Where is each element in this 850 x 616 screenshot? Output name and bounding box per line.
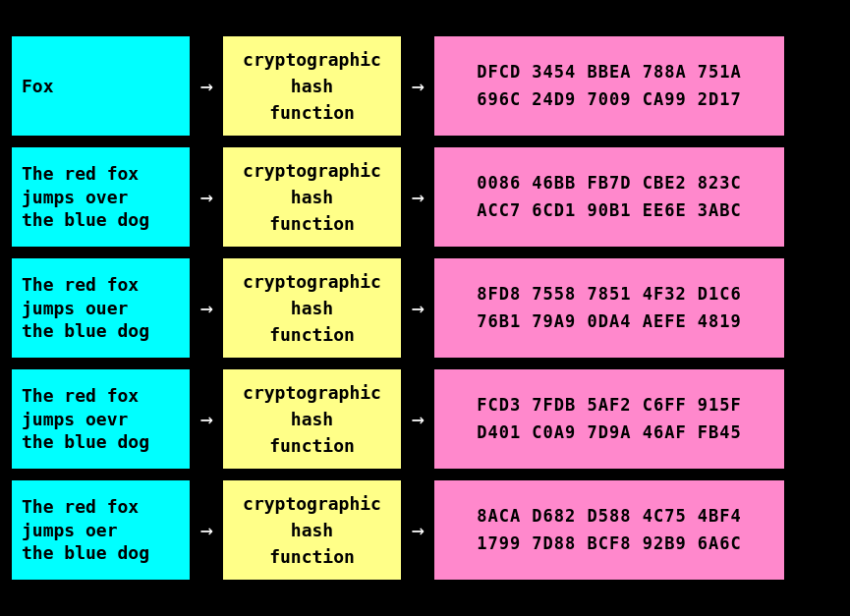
output-line1-3: 8FD8 7558 7851 4F32 D1C6 bbox=[477, 281, 742, 308]
input-box-5: The red fox jumps oer the blue dog bbox=[10, 478, 192, 582]
row-2: The red fox jumps over the blue dog→cryp… bbox=[10, 145, 840, 249]
hash-box-3: cryptographic hash function bbox=[221, 256, 403, 360]
output-line1-2: 0086 46BB FB7D CBE2 823C bbox=[477, 170, 742, 196]
output-line2-5: 1799 7D88 BCF8 92B9 6A6C bbox=[477, 531, 742, 557]
hash-box-2: cryptographic hash function bbox=[221, 145, 403, 249]
diagram-container: Fox→cryptographic hash function→DFCD 345… bbox=[10, 34, 840, 582]
hash-box-4: cryptographic hash function bbox=[221, 367, 403, 471]
arrow-2-4: → bbox=[403, 407, 432, 431]
row-5: The red fox jumps oer the blue dog→crypt… bbox=[10, 478, 840, 582]
row-3: The red fox jumps ouer the blue dog→cryp… bbox=[10, 256, 840, 360]
output-line1-5: 8ACA D682 D588 4C75 4BF4 bbox=[477, 503, 742, 530]
row-1: Fox→cryptographic hash function→DFCD 345… bbox=[10, 34, 840, 138]
arrow-2-5: → bbox=[403, 518, 432, 542]
arrow-2-1: → bbox=[403, 74, 432, 98]
arrow-1-2: → bbox=[192, 185, 221, 209]
output-box-2: 0086 46BB FB7D CBE2 823CACC7 6CD1 90B1 E… bbox=[432, 145, 786, 249]
output-line1-1: DFCD 3454 BBEA 788A 751A bbox=[477, 59, 742, 85]
output-box-4: FCD3 7FDB 5AF2 C6FF 915FD401 C0A9 7D9A 4… bbox=[432, 367, 786, 471]
hash-box-5: cryptographic hash function bbox=[221, 478, 403, 582]
arrow-1-1: → bbox=[192, 74, 221, 98]
arrow-1-3: → bbox=[192, 296, 221, 320]
row-4: The red fox jumps oevr the blue dog→cryp… bbox=[10, 367, 840, 471]
output-line2-2: ACC7 6CD1 90B1 EE6E 3ABC bbox=[477, 197, 742, 224]
arrow-2-2: → bbox=[403, 185, 432, 209]
arrow-1-5: → bbox=[192, 518, 221, 542]
output-box-5: 8ACA D682 D588 4C75 4BF41799 7D88 BCF8 9… bbox=[432, 478, 786, 582]
arrow-2-3: → bbox=[403, 296, 432, 320]
arrow-1-4: → bbox=[192, 407, 221, 431]
output-box-3: 8FD8 7558 7851 4F32 D1C676B1 79A9 0DA4 A… bbox=[432, 256, 786, 360]
output-line2-3: 76B1 79A9 0DA4 AEFE 4819 bbox=[477, 308, 742, 335]
hash-box-1: cryptographic hash function bbox=[221, 34, 403, 138]
input-box-1: Fox bbox=[10, 34, 192, 138]
input-box-2: The red fox jumps over the blue dog bbox=[10, 145, 192, 249]
output-line1-4: FCD3 7FDB 5AF2 C6FF 915F bbox=[477, 392, 742, 419]
output-line2-1: 696C 24D9 7009 CA99 2D17 bbox=[477, 86, 742, 113]
output-box-1: DFCD 3454 BBEA 788A 751A696C 24D9 7009 C… bbox=[432, 34, 786, 138]
input-box-4: The red fox jumps oevr the blue dog bbox=[10, 367, 192, 471]
input-box-3: The red fox jumps ouer the blue dog bbox=[10, 256, 192, 360]
output-line2-4: D401 C0A9 7D9A 46AF FB45 bbox=[477, 420, 742, 446]
